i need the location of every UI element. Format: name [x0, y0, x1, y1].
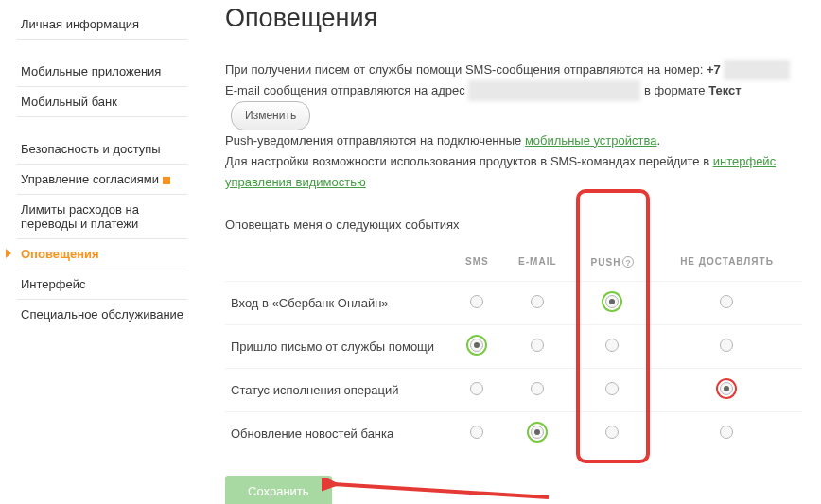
table-row: Вход в «Сбербанк Онлайн»	[225, 281, 802, 324]
email-text: E-mail сообщения отправляются на адрес	[225, 83, 468, 97]
radio-sms[interactable]	[470, 382, 483, 395]
page-title: Оповещения	[225, 4, 802, 33]
sidebar-item-security[interactable]: Безопасность и доступы	[17, 134, 187, 165]
row-label: Пришло письмо от службы помощи	[225, 324, 452, 368]
intro-block: При получении писем от службы помощи SMS…	[225, 60, 802, 193]
radio-push[interactable]	[605, 426, 619, 439]
radio-none[interactable]	[720, 382, 733, 395]
col-email: E-MAIL	[502, 249, 573, 282]
sidebar-item-special-service[interactable]: Специальное обслуживание	[17, 300, 187, 329]
sidebar-item-label: Управление согласиями	[21, 172, 159, 186]
main-content: Оповещения При получении писем от службы…	[187, 0, 821, 504]
sidebar-item-consents[interactable]: Управление согласиями	[17, 165, 187, 195]
col-none: НЕ ДОСТАВЛЯТЬ	[652, 249, 802, 282]
sidebar-item-label: Безопасность и доступы	[21, 142, 161, 156]
col-sms: SMS	[452, 249, 502, 282]
sidebar-item-mobile-apps[interactable]: Мобильные приложения	[17, 57, 187, 87]
radio-push[interactable]	[605, 382, 619, 395]
save-button[interactable]: Сохранить	[225, 476, 332, 504]
sms-text: При получении писем от службы помощи SMS…	[225, 62, 707, 77]
sidebar-item-label: Мобильный банк	[21, 95, 117, 109]
mobile-devices-link[interactable]: мобильные устройства	[525, 133, 657, 148]
sidebar-item-label: Лимиты расходов на переводы и платежи	[21, 202, 139, 231]
col-push: PUSH?	[573, 249, 652, 282]
phone-hidden: XXXXXXXX	[724, 60, 789, 80]
table-row: Пришло письмо от службы помощи	[225, 324, 802, 368]
visibility-text: Для настройки возможности использования …	[225, 154, 713, 168]
radio-none[interactable]	[720, 426, 733, 439]
radio-sms[interactable]	[470, 295, 483, 308]
radio-none[interactable]	[720, 295, 733, 308]
flag-icon	[163, 177, 170, 184]
sidebar-item-interface[interactable]: Интерфейс	[17, 269, 187, 300]
row-label: Обновление новостей банка	[225, 411, 452, 455]
radio-push[interactable]	[605, 339, 619, 352]
radio-email[interactable]	[531, 382, 544, 395]
sidebar: Личная информация Мобильные приложения М…	[0, 0, 187, 504]
sidebar-item-notifications[interactable]: Оповещения	[17, 239, 187, 269]
push-text: Push-уведомления отправляются на подключ…	[225, 133, 525, 148]
col-event	[225, 249, 452, 282]
phone-prefix: +7	[707, 62, 721, 77]
sidebar-item-label: Специальное обслуживание	[21, 307, 183, 322]
notifications-table: SMS E-MAIL PUSH? НЕ ДОСТАВЛЯТЬ Вход в «С…	[225, 249, 802, 455]
section-label: Оповещать меня о следующих событиях	[225, 217, 802, 232]
radio-email[interactable]	[531, 295, 544, 308]
sidebar-item-label: Мобильные приложения	[21, 64, 161, 78]
sidebar-item-label: Оповещения	[21, 247, 99, 261]
email-hidden: xxxxxxxxxxxxxxxxxxxxxxxxxxxx	[468, 80, 640, 101]
sidebar-item-label: Личная информация	[21, 17, 139, 31]
radio-email[interactable]	[531, 426, 544, 439]
row-label: Статус исполнения операций	[225, 368, 452, 411]
sidebar-item-mobile-bank[interactable]: Мобильный банк	[17, 87, 187, 117]
radio-email[interactable]	[531, 339, 544, 352]
email-format: Текст	[708, 83, 741, 97]
radio-sms[interactable]	[470, 426, 483, 439]
sidebar-item-personal-info[interactable]: Личная информация	[17, 9, 187, 40]
change-button[interactable]: Изменить	[231, 101, 310, 130]
table-row: Обновление новостей банка	[225, 411, 802, 455]
sidebar-item-limits[interactable]: Лимиты расходов на переводы и платежи	[17, 195, 187, 239]
sidebar-item-label: Интерфейс	[21, 277, 85, 291]
table-row: Статус исполнения операций	[225, 368, 802, 411]
radio-none[interactable]	[720, 339, 733, 352]
help-icon[interactable]: ?	[622, 256, 634, 268]
row-label: Вход в «Сбербанк Онлайн»	[225, 281, 452, 324]
radio-sms[interactable]	[470, 339, 483, 352]
email-suffix: в формате	[640, 83, 708, 97]
radio-push[interactable]	[605, 295, 619, 308]
